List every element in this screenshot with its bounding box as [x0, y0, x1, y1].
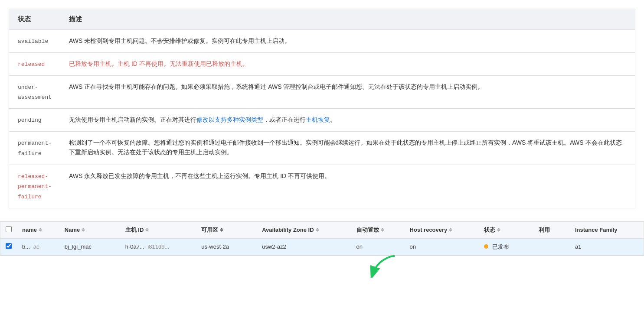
col-label-instance-family: Instance Family: [575, 227, 618, 233]
desc-text-pre: 无法使用专用主机启动新的实例。正在对其进行: [69, 116, 196, 123]
row-usage: [533, 238, 570, 255]
table-row: released 已释放专用主机。主机 ID 不再使用。无法重新使用已释放的主机…: [9, 52, 635, 75]
row-name: b... ac: [17, 238, 59, 255]
col-header-auto-place[interactable]: 自动置放: [351, 222, 405, 239]
sort-icon-az-id: [316, 228, 319, 232]
row-status-text: 已发布: [492, 243, 509, 250]
col-header-az-id[interactable]: Availability Zone ID: [257, 222, 351, 239]
table-row: b... ac bj_lgl_mac h-0a7... i811d9... us…: [0, 238, 644, 255]
table-row: permanent-failure 检测到了一个不可恢复的故障。您将通过您的实例…: [9, 131, 635, 165]
col-header-instance-family: Instance Family: [570, 222, 644, 239]
sort-down-icon: [381, 230, 384, 232]
sort-icon-status: [497, 228, 500, 232]
desc-cell: 检测到了一个不可恢复的故障。您将通过您的实例和通过电子邮件接收到一个移出通知。实…: [60, 131, 635, 165]
sort-up-icon: [39, 228, 42, 230]
table-row: pending 无法使用专用主机启动新的实例。正在对其进行修改以支持多种实例类型…: [9, 109, 635, 132]
col-header-name[interactable]: name: [17, 222, 59, 239]
sort-icon-Name: [82, 228, 85, 232]
sort-down-icon: [497, 230, 500, 232]
modify-link[interactable]: 修改以支持多种实例类型: [196, 116, 263, 123]
status-code-cell: pending: [9, 109, 61, 132]
sort-up-icon: [381, 228, 384, 230]
col-header-host-id[interactable]: 主机 ID: [120, 222, 196, 239]
sort-up-icon: [145, 228, 149, 230]
row-name-text: b...: [22, 243, 30, 250]
data-table-section: name Name: [0, 221, 644, 282]
desc-cell: AWS 未检测到专用主机问题。不会安排维护或修复。实例可在此专用主机上启动。: [60, 30, 635, 53]
row-az: us-west-2a: [196, 238, 257, 255]
desc-text: AWS 未检测到专用主机问题。不会安排维护或修复。实例可在此专用主机上启动。: [69, 37, 291, 44]
status-code-released: released: [18, 61, 45, 68]
status-code-cell: available: [9, 30, 61, 53]
table-header-row: name Name: [0, 222, 644, 239]
status-code-cell: released-permanent-failure: [9, 165, 61, 208]
sort-down-icon: [82, 230, 85, 232]
status-code-cell: permanent-failure: [9, 131, 61, 165]
sort-up-icon: [82, 228, 85, 230]
sort-up-icon: [497, 228, 500, 230]
select-all-header[interactable]: [0, 222, 17, 239]
sort-down-icon: [145, 230, 149, 232]
row-status: 已发布: [479, 238, 533, 255]
row-host-id: h-0a7... i811d9...: [120, 238, 196, 255]
sort-icon-name: [39, 228, 42, 232]
col-header-host-recovery[interactable]: Host recovery: [405, 222, 479, 239]
row-Name-text: bj_lgl_mac: [65, 243, 92, 250]
row-Name: bj_lgl_mac: [59, 238, 120, 255]
col-label-name: name: [22, 227, 37, 233]
col-label-status: 状态: [484, 226, 495, 234]
desc-text: AWS 正在寻找专用主机可能存在的问题。如果必须采取措施，系统将通过 AWS 管…: [69, 83, 484, 90]
sort-down-icon: [316, 230, 319, 232]
row-instance-family-text: a1: [575, 243, 581, 250]
row-auto-place-text: on: [356, 243, 363, 250]
row-az-id-text: usw2-az2: [262, 243, 286, 250]
col-label-az: 可用区: [201, 226, 218, 234]
desc-cell: 已释放专用主机。主机 ID 不再使用。无法重新使用已释放的主机。: [60, 52, 635, 75]
page-wrapper: 状态 描述 available AWS 未检测到专用主机问题。不会安排维护或修复…: [0, 0, 644, 311]
sort-up-icon: [220, 228, 223, 230]
sort-up-icon: [449, 228, 452, 230]
col-label-Name: Name: [65, 227, 80, 233]
arrow-annotation: [0, 256, 644, 282]
table-row: under-assessment AWS 正在寻找专用主机可能存在的问题。如果必…: [9, 75, 635, 109]
row-host-recovery-text: on: [410, 243, 416, 250]
col-label-host-recovery: Host recovery: [410, 227, 448, 233]
row-checkbox-cell[interactable]: [0, 238, 17, 255]
desc-cell: AWS 正在寻找专用主机可能存在的问题。如果必须采取措施，系统将通过 AWS 管…: [60, 75, 635, 109]
desc-text: 检测到了一个不可恢复的故障。您将通过您的实例和通过电子邮件接收到一个移出通知。实…: [69, 139, 622, 156]
status-code-pending: pending: [18, 117, 42, 123]
data-table-wrapper: name Name: [0, 221, 644, 256]
status-reference-table: 状态 描述 available AWS 未检测到专用主机问题。不会安排维护或修复…: [9, 9, 635, 208]
col-label-usage: 利用: [539, 226, 550, 234]
sort-down-icon: [220, 230, 223, 232]
col-header-Name[interactable]: Name: [59, 222, 120, 239]
row-checkbox[interactable]: [6, 243, 12, 249]
status-code-under-assessment: under-assessment: [18, 84, 52, 101]
row-host-id-text: h-0a7...: [125, 243, 144, 250]
desc-cell: AWS 永久释放已发生故障的专用主机，不再在这些主机上运行实例。专用主机 ID …: [60, 165, 635, 208]
select-all-checkbox[interactable]: [6, 226, 12, 232]
green-arrow-svg: [369, 252, 403, 278]
table-row: released-permanent-failure AWS 永久释放已发生故障…: [9, 165, 635, 208]
sort-icon-auto-place: [381, 228, 384, 232]
status-col-header: 状态: [9, 9, 61, 30]
status-code-cell: under-assessment: [9, 75, 61, 109]
sort-icon-host-id: [145, 228, 149, 232]
status-code-permanent-failure: permanent-failure: [18, 140, 52, 157]
status-code-cell: released: [9, 52, 61, 75]
status-code-released-permanent-failure: released-permanent-failure: [18, 173, 52, 201]
row-host-id-extra: i811d9...: [147, 243, 169, 250]
row-az-id: usw2-az2: [257, 238, 351, 255]
col-label-host-id: 主机 ID: [125, 226, 144, 234]
desc-text-post: 。: [330, 116, 336, 123]
sort-icon-host-recovery: [449, 228, 452, 232]
col-header-status[interactable]: 状态: [479, 222, 533, 239]
sort-down-icon: [39, 230, 42, 232]
table-row: available AWS 未检测到专用主机问题。不会安排维护或修复。实例可在此…: [9, 30, 635, 53]
status-dot: [484, 244, 488, 249]
col-header-usage: 利用: [533, 222, 570, 239]
row-name-extra: ac: [33, 243, 39, 250]
hosts-data-table: name Name: [0, 222, 644, 256]
host-recovery-link[interactable]: 主机恢复: [306, 116, 330, 123]
col-header-az[interactable]: 可用区: [196, 222, 257, 239]
